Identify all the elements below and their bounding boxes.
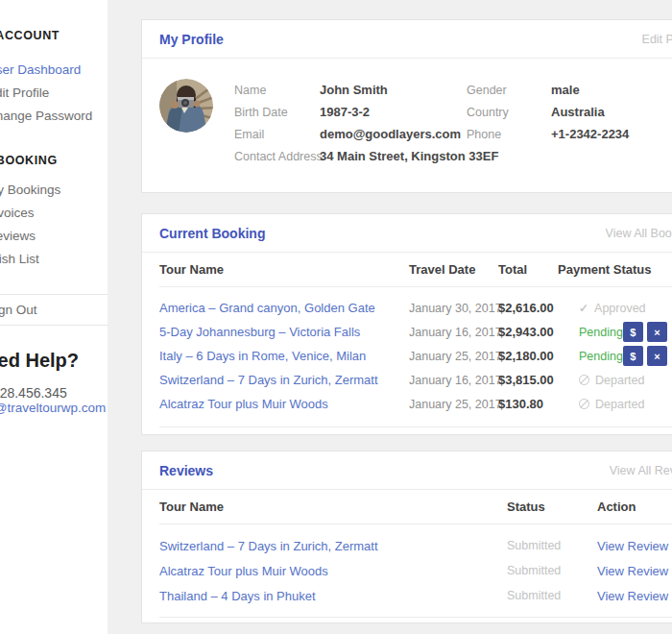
payment-status-cell: Departed (558, 398, 672, 411)
cancel-booking-button[interactable]: × (647, 346, 667, 366)
tour-name-link[interactable]: America – Grand canyon, Golden Gate (159, 301, 409, 315)
sidebar-item-user-dashboard[interactable]: User Dashboard (0, 59, 108, 82)
booking-total: $2,616.00 (498, 301, 558, 315)
booking-table-row: Alcatraz Tour plus Muir Woods January 25… (159, 392, 672, 416)
my-profile-header: My Profile Edit Profile (142, 20, 672, 59)
field-label-email: Email (234, 128, 320, 141)
pay-button[interactable]: $ (623, 346, 643, 366)
column-header-action: Action (597, 500, 672, 514)
tour-name-link[interactable]: 5-Day Johannesburg – Victoria Falls (159, 325, 409, 339)
view-review-link[interactable]: View Review (597, 539, 672, 553)
tour-name-link[interactable]: Switzerland – 7 Days in Zurich, Zermatt (159, 373, 409, 387)
field-value-contact-address: 34 Main Street, Kingston 33EF (320, 149, 467, 163)
help-phone-number: +1.128.456.345 (0, 385, 67, 401)
profile-details: Name John Smith Birth Date 1987-3-2 Emai… (142, 59, 672, 192)
edit-profile-link[interactable]: Edit Profile (642, 33, 672, 46)
field-label-phone: Phone (467, 128, 551, 141)
review-status: Submitted (507, 589, 597, 602)
current-booking-panel: Current Booking View All Bookings Tour N… (141, 213, 672, 435)
tour-name-link[interactable]: Alcatraz Tour plus Muir Woods (159, 564, 507, 578)
field-label-contact-address: Contact Address (234, 150, 320, 163)
payment-status-cell: Departed (558, 374, 672, 387)
payment-status-text: Pending (579, 326, 623, 339)
field-value-birth-date: 1987-3-2 (320, 105, 467, 119)
field-value-phone: +1-2342-2234 (551, 127, 629, 141)
cancel-booking-button[interactable]: × (647, 322, 667, 342)
my-profile-title: My Profile (159, 32, 224, 47)
reviews-title: Reviews (159, 463, 213, 478)
column-header-tour-name: Tour Name (159, 500, 507, 514)
panel-bottom-spacer (142, 427, 672, 434)
account-menu: User Dashboard Edit Profile Change Passw… (0, 59, 108, 128)
field-label-birth-date: Birth Date (234, 106, 320, 119)
review-status: Submitted (507, 539, 597, 552)
avatar-photo-placeholder (159, 79, 213, 133)
sidebar-item-sign-out[interactable]: Sign Out (0, 299, 37, 322)
reviews-table-header: Tour Name Status Action (159, 490, 672, 524)
sidebar-item-my-bookings[interactable]: My Bookings (0, 179, 108, 202)
need-help-title: Need Help? (0, 350, 79, 372)
approved-check-icon: ✓ (579, 302, 588, 315)
tour-name-link[interactable]: Thailand – 4 Days in Phuket (159, 589, 507, 603)
payment-actions: $ × (623, 346, 667, 366)
payment-status-text: Pending (579, 350, 623, 363)
tour-name-link[interactable]: Alcatraz Tour plus Muir Woods (159, 397, 409, 411)
payment-status-text: Departed (595, 374, 644, 387)
field-label-gender: Gender (467, 84, 551, 97)
view-review-link[interactable]: View Review (597, 564, 672, 578)
reviews-panel: Reviews View All Reviews Tour Name Statu… (141, 451, 672, 623)
travel-date: January 25, 2017 (409, 398, 498, 411)
field-value-country: Australia (551, 105, 629, 119)
column-header-travel-date: Travel Date (409, 262, 498, 277)
user-dashboard-page: MY ACCOUNT User Dashboard Edit Profile C… (0, 0, 672, 634)
booking-total: $130.80 (498, 397, 558, 411)
payment-actions: $ × (623, 322, 667, 342)
review-status: Submitted (507, 564, 597, 577)
view-all-bookings-link[interactable]: View All Bookings (606, 227, 672, 240)
payment-status-cell: Pending $ × (558, 322, 672, 342)
booking-table-row: 5-Day Johannesburg – Victoria Falls Janu… (159, 320, 672, 344)
pay-button[interactable]: $ (623, 322, 643, 342)
review-table-row: Switzerland – 7 Days in Zurich, Zermatt … (159, 533, 672, 558)
field-value-email: demo@goodlayers.com (320, 127, 467, 141)
avatar (159, 79, 213, 133)
booking-table-row: Italy – 6 Days in Rome, Venice, Milan Ja… (159, 344, 672, 368)
review-table-row: Alcatraz Tour plus Muir Woods Submitted … (159, 558, 672, 583)
booking-total: $3,815.00 (498, 373, 558, 387)
sidebar-divider (0, 294, 108, 295)
column-header-status: Status (507, 500, 597, 514)
departed-circle-slash-icon (579, 399, 589, 409)
sidebar-divider (0, 325, 108, 326)
sidebar-item-reviews[interactable]: Reviews (0, 225, 108, 248)
panel-bottom-spacer (142, 618, 672, 622)
tour-name-link[interactable]: Switzerland – 7 Days in Zurich, Zermatt (159, 539, 507, 553)
reviews-table: Tour Name Status Action Switzerland – 7 … (159, 490, 672, 618)
profile-fields-left: Name John Smith Birth Date 1987-3-2 Emai… (234, 79, 467, 167)
view-all-reviews-link[interactable]: View All Reviews (610, 464, 672, 477)
view-review-link[interactable]: View Review (597, 589, 672, 603)
column-header-tour-name: Tour Name (159, 262, 409, 277)
sidebar-item-invoices[interactable]: Invoices (0, 202, 108, 225)
payment-status-text: Departed (595, 398, 644, 411)
field-value-gender: male (551, 83, 629, 97)
review-table-row: Thailand – 4 Days in Phuket Submitted Vi… (159, 583, 672, 608)
sidebar-item-change-password[interactable]: Change Password (0, 105, 108, 128)
sidebar-heading-my-booking: MY BOOKING (0, 154, 58, 167)
departed-circle-slash-icon (579, 375, 589, 385)
tour-name-link[interactable]: Italy – 6 Days in Rome, Venice, Milan (159, 349, 409, 363)
reviews-table-body: Switzerland – 7 Days in Zurich, Zermatt … (159, 524, 672, 608)
booking-table-header: Tour Name Travel Date Total Payment Stat… (159, 253, 672, 287)
current-booking-header: Current Booking View All Bookings (142, 214, 672, 253)
account-sidebar-inner: MY ACCOUNT User Dashboard Edit Profile C… (0, 0, 108, 634)
payment-status-cell: Pending $ × (558, 346, 672, 366)
help-email-link[interactable]: info@traveltourwp.com (0, 401, 106, 415)
booking-table-row: Switzerland – 7 Days in Zurich, Zermatt … (159, 368, 672, 392)
sidebar-item-edit-profile[interactable]: Edit Profile (0, 82, 108, 105)
booking-total: $2,180.00 (498, 349, 558, 363)
booking-table: Tour Name Travel Date Total Payment Stat… (159, 253, 672, 427)
travel-date: January 30, 2017 (409, 302, 498, 315)
my-profile-panel: My Profile Edit Profile (141, 19, 672, 193)
booking-total: $2,943.00 (498, 325, 558, 339)
sidebar-item-wish-list[interactable]: Wish List (0, 248, 108, 271)
reviews-header: Reviews View All Reviews (142, 451, 672, 490)
